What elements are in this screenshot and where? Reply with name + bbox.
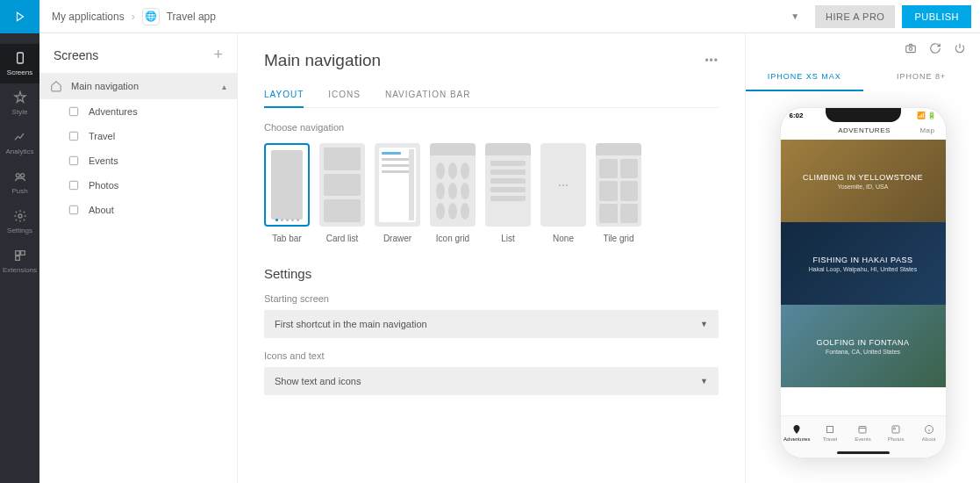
- rail-label: Push: [11, 187, 27, 195]
- card-subtitle: Hakai Loop, Waipahu, HI, United States: [809, 266, 917, 272]
- svg-point-17: [894, 428, 896, 429]
- nav-option-label: List: [501, 234, 515, 243]
- nav-option-drawer[interactable]: Drawer: [375, 143, 420, 243]
- nav-option-none[interactable]: ⋯None: [540, 143, 586, 243]
- add-screen-button[interactable]: +: [213, 46, 223, 64]
- top-bar: My applications › 🌐 Travel app ▼ HIRE A …: [0, 0, 980, 33]
- tree-main-navigation[interactable]: Main navigation ▴: [39, 73, 237, 99]
- tree-adventures[interactable]: Adventures: [39, 99, 237, 124]
- svg-rect-11: [69, 205, 77, 213]
- breadcrumb-root[interactable]: My applications: [52, 11, 125, 23]
- preview-tab-photos: Photos: [879, 416, 912, 449]
- chevron-up-icon[interactable]: ▴: [222, 82, 226, 91]
- screens-panel: Screens + Main navigation ▴ Adventures T…: [39, 33, 238, 483]
- tree-events[interactable]: Events: [39, 148, 237, 173]
- refresh-icon[interactable]: [929, 42, 941, 54]
- rail-analytics[interactable]: Analytics: [0, 123, 39, 162]
- more-icon[interactable]: •••: [705, 54, 719, 67]
- rail-extensions[interactable]: Extensions: [0, 242, 39, 281]
- settings-heading: Settings: [264, 266, 719, 281]
- preview-tab-adventures: Adventures: [781, 416, 814, 449]
- svg-rect-10: [69, 181, 77, 189]
- breadcrumb-app[interactable]: Travel app: [167, 11, 216, 23]
- chevron-down-icon: ▼: [700, 320, 708, 328]
- nav-option-card-list[interactable]: Card list: [319, 143, 365, 243]
- preview-card: GOLFING IN FONTANAFontana, CA, United St…: [781, 305, 946, 387]
- tree-about[interactable]: About: [39, 198, 237, 222]
- chevron-down-icon: ▼: [700, 377, 708, 386]
- app-icon: 🌐: [142, 8, 160, 25]
- nav-option-label: Card list: [326, 234, 359, 243]
- nav-option-tab-bar[interactable]: Tab bar: [264, 143, 310, 243]
- tab-layout[interactable]: LAYOUT: [264, 90, 304, 108]
- select-value: Show text and icons: [275, 376, 361, 386]
- rail-label: Screens: [7, 68, 32, 76]
- status-time: 6:02: [790, 112, 804, 119]
- svg-point-13: [909, 47, 912, 51]
- preview-header: ADVENTURES: [838, 126, 891, 134]
- card-title: CLIMBING IN YELLOWSTONE: [803, 173, 923, 182]
- nav-option-icon-grid[interactable]: Icon grid: [430, 143, 476, 243]
- nav-option-label: None: [553, 234, 574, 243]
- preview-panel: IPHONE XS MAX IPHONE 8+ 6:02📶 🔋 ADVENTUR…: [745, 33, 980, 483]
- tree-travel[interactable]: Travel: [39, 124, 237, 148]
- rail-settings[interactable]: Settings: [0, 202, 39, 242]
- svg-rect-14: [826, 426, 833, 432]
- logo[interactable]: [0, 0, 39, 33]
- dropdown-icon[interactable]: ▼: [790, 11, 799, 21]
- rail-label: Style: [12, 108, 28, 116]
- tree-label: Main navigation: [71, 81, 139, 91]
- tree-photos[interactable]: Photos: [39, 173, 237, 198]
- nav-option-list[interactable]: List: [485, 143, 531, 243]
- preview-card: CLIMBING IN YELLOWSTONEYosemite, ID, USA: [781, 140, 946, 222]
- tree-label: Travel: [89, 131, 115, 141]
- rail-style[interactable]: Style: [0, 83, 39, 123]
- tab-navigation-bar[interactable]: NAVIGATION BAR: [385, 90, 471, 107]
- chevron-right-icon: ›: [132, 11, 135, 23]
- svg-rect-12: [906, 46, 916, 53]
- rail-label: Extensions: [3, 266, 37, 274]
- choose-navigation-label: Choose navigation: [264, 122, 719, 133]
- phone-preview: 6:02📶 🔋 ADVENTURESMap CLIMBING IN YELLOW…: [780, 107, 947, 458]
- page-title: Main navigation: [264, 51, 381, 70]
- svg-rect-5: [20, 251, 25, 256]
- svg-rect-16: [892, 426, 899, 433]
- tree-label: About: [89, 205, 114, 215]
- rail-label: Settings: [7, 227, 32, 234]
- screens-title: Screens: [54, 48, 98, 62]
- card-title: GOLFING IN FONTANA: [817, 338, 910, 347]
- nav-option-label: Drawer: [383, 234, 411, 243]
- svg-rect-7: [69, 107, 77, 115]
- svg-rect-9: [69, 156, 77, 164]
- nav-option-tile-grid[interactable]: Tile grid: [596, 143, 641, 243]
- camera-icon[interactable]: [905, 42, 917, 54]
- left-icon-rail: Screens Style Analytics Push Settings Ex…: [0, 33, 39, 483]
- svg-point-3: [18, 214, 22, 218]
- preview-tab-about: About: [912, 416, 946, 449]
- publish-button[interactable]: PUBLISH: [902, 5, 971, 28]
- svg-point-2: [20, 174, 24, 177]
- hire-a-pro-button[interactable]: HIRE A PRO: [815, 5, 895, 28]
- nav-option-label: Tab bar: [272, 234, 301, 243]
- preview-card: FISHING IN HAKAI PASSHakai Loop, Waipahu…: [781, 222, 946, 305]
- preview-tab-travel: Travel: [813, 416, 847, 449]
- tree-label: Events: [89, 155, 118, 166]
- nav-option-label: Tile grid: [603, 234, 633, 243]
- card-subtitle: Yosemite, ID, USA: [838, 184, 889, 190]
- rail-screens[interactable]: Screens: [0, 44, 39, 83]
- svg-rect-0: [17, 53, 23, 63]
- starting-screen-select[interactable]: First shortcut in the main navigation▼: [264, 310, 719, 338]
- icons-text-select[interactable]: Show text and icons▼: [264, 367, 719, 395]
- home-indicator: [837, 451, 890, 454]
- svg-rect-4: [15, 251, 19, 256]
- rail-push[interactable]: Push: [0, 162, 39, 202]
- device-tab-iphone-8-plus[interactable]: IPHONE 8+: [863, 63, 981, 91]
- power-icon[interactable]: [954, 42, 966, 54]
- device-tab-iphone-xs-max[interactable]: IPHONE XS MAX: [746, 63, 863, 91]
- svg-rect-8: [69, 132, 77, 140]
- svg-rect-15: [859, 426, 866, 433]
- layout-tabs: LAYOUT ICONS NAVIGATION BAR: [264, 90, 719, 108]
- tab-icons[interactable]: ICONS: [328, 90, 361, 107]
- select-value: First shortcut in the main navigation: [275, 319, 427, 329]
- icons-text-label: Icons and text: [264, 350, 719, 361]
